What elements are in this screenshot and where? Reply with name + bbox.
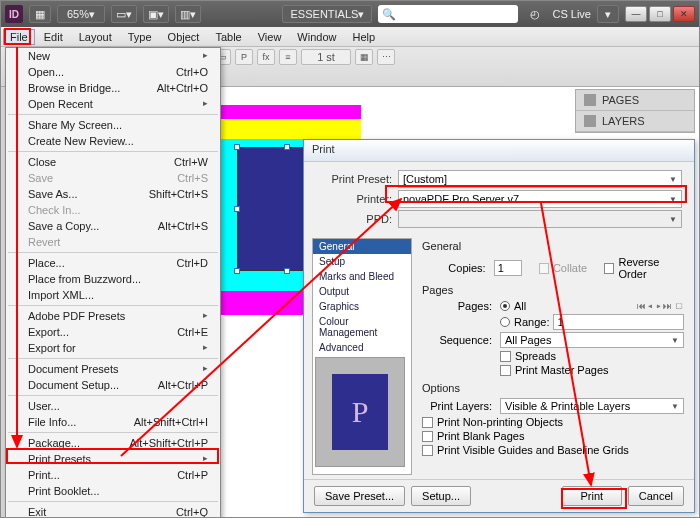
menu-exit[interactable]: ExitCtrl+Q (6, 504, 220, 518)
char-icon[interactable]: P (235, 49, 253, 65)
menu-layout[interactable]: Layout (72, 29, 119, 45)
search-input[interactable]: 🔍 (378, 5, 518, 23)
menu-file-info[interactable]: File Info...Alt+Shift+Ctrl+I (6, 414, 220, 430)
menu-print-booklet[interactable]: Print Booklet... (6, 483, 220, 499)
menu-bar: File Edit Layout Type Object Table View … (1, 27, 699, 47)
blank-label: Print Blank Pages (437, 430, 524, 442)
pages-range-radio[interactable] (500, 317, 510, 327)
guides-label: Print Visible Guides and Baseline Grids (437, 444, 629, 456)
cslive-icon[interactable]: ◴ (524, 5, 546, 23)
panel-layers[interactable]: LAYERS (576, 111, 694, 132)
range-input[interactable]: 1 (553, 314, 684, 330)
window-close[interactable]: ✕ (673, 6, 695, 22)
menu-doc-setup[interactable]: Document Setup...Alt+Ctrl+P (6, 377, 220, 393)
menu-save-as[interactable]: Save As...Shift+Ctrl+S (6, 186, 220, 202)
menu-edit[interactable]: Edit (37, 29, 70, 45)
master-checkbox[interactable] (500, 365, 511, 376)
setup-button[interactable]: Setup... (411, 486, 471, 506)
thumb-letter: P (352, 395, 369, 429)
screen-mode-icon[interactable]: ▣▾ (143, 5, 169, 23)
master-label: Print Master Pages (515, 364, 609, 376)
window-minimize[interactable]: — (625, 6, 647, 22)
menu-print[interactable]: Print...Ctrl+P (6, 467, 220, 483)
right-panels: PAGES LAYERS (575, 89, 695, 133)
menu-import-xml[interactable]: Import XML... (6, 287, 220, 303)
menu-open-recent[interactable]: Open Recent (6, 96, 220, 112)
menu-doc-presets[interactable]: Document Presets (6, 361, 220, 377)
preset-label: Print Preset: (316, 173, 392, 185)
view-mode-icon[interactable]: ▭▾ (111, 5, 137, 23)
ppd-label: PPD: (316, 213, 392, 225)
cat-colour[interactable]: Colour Management (313, 314, 411, 340)
pages-label: Pages: (422, 300, 492, 312)
cslive-label[interactable]: CS Live (552, 8, 591, 20)
menu-save-copy[interactable]: Save a Copy...Alt+Ctrl+S (6, 218, 220, 234)
window-maximize[interactable]: □ (649, 6, 671, 22)
shape-yellow[interactable] (221, 119, 361, 139)
menu-package[interactable]: Package...Alt+Shift+Ctrl+P (6, 435, 220, 451)
copies-input[interactable]: 1 (494, 260, 522, 276)
cat-advanced[interactable]: Advanced (313, 340, 411, 355)
menu-place-buzzword[interactable]: Place from Buzzword... (6, 271, 220, 287)
title-bar: ID ▦ 65% ▾ ▭▾ ▣▾ ▥▾ ESSENTIALS ▾ 🔍 ◴ CS … (1, 1, 699, 27)
menu-open[interactable]: Open...Ctrl+O (6, 64, 220, 80)
pages-all-radio[interactable] (500, 301, 510, 311)
menu-new[interactable]: New (6, 48, 220, 64)
align-icon[interactable]: ≡ (279, 49, 297, 65)
spreads-label: Spreads (515, 350, 556, 362)
menu-pdf-presets[interactable]: Adobe PDF Presets (6, 308, 220, 324)
layers-label: Print Layers: (422, 400, 492, 412)
page-nav-icons[interactable]: ⏮ ◀ ▶ ⏭ ⬚ (637, 301, 684, 311)
general-heading: General (422, 240, 684, 252)
more-icon[interactable]: ⋯ (377, 49, 395, 65)
menu-type[interactable]: Type (121, 29, 159, 45)
menu-window[interactable]: Window (290, 29, 343, 45)
menu-help[interactable]: Help (345, 29, 382, 45)
layers-select[interactable]: Visible & Printable Layers▼ (500, 398, 684, 414)
preset-select[interactable]: [Custom]▼ (398, 170, 682, 188)
arrange-icon[interactable]: ▥▾ (175, 5, 201, 23)
reverse-checkbox[interactable] (604, 263, 614, 274)
cat-output[interactable]: Output (313, 284, 411, 299)
options-heading: Options (422, 382, 684, 394)
range-label: Range: (514, 316, 549, 328)
zoom-select[interactable]: 65% ▾ (57, 5, 105, 23)
wrap-icon[interactable]: ▦ (355, 49, 373, 65)
cat-marks[interactable]: Marks and Bleed (313, 269, 411, 284)
menu-close[interactable]: CloseCtrl+W (6, 154, 220, 170)
menu-export-for[interactable]: Export for (6, 340, 220, 356)
cat-setup[interactable]: Setup (313, 254, 411, 269)
menu-new-review[interactable]: Create New Review... (6, 133, 220, 149)
page-field[interactable]: 1 st (301, 49, 351, 65)
file-menu-dropdown: New Open...Ctrl+O Browse in Bridge...Alt… (5, 47, 221, 518)
menu-object[interactable]: Object (161, 29, 207, 45)
cat-graphics[interactable]: Graphics (313, 299, 411, 314)
menu-print-presets[interactable]: Print Presets (6, 451, 220, 467)
printer-select[interactable]: novaPDF Pro Server v7▼ (398, 190, 682, 208)
menu-user[interactable]: User... (6, 398, 220, 414)
workspace-select[interactable]: ESSENTIALS ▾ (282, 5, 372, 23)
panel-pages[interactable]: PAGES (576, 90, 694, 111)
bridge-icon[interactable]: ▦ (29, 5, 51, 23)
menu-table[interactable]: Table (208, 29, 248, 45)
sequence-select[interactable]: All Pages▼ (500, 332, 684, 348)
blank-checkbox[interactable] (422, 431, 433, 442)
menu-place[interactable]: Place...Ctrl+D (6, 255, 220, 271)
nonprint-checkbox[interactable] (422, 417, 433, 428)
app-logo: ID (5, 5, 23, 23)
effect-icon[interactable]: fx (257, 49, 275, 65)
menu-export[interactable]: Export...Ctrl+E (6, 324, 220, 340)
cslive-dropdown[interactable]: ▾ (597, 5, 619, 23)
save-preset-button[interactable]: Save Preset... (314, 486, 405, 506)
menu-save: SaveCtrl+S (6, 170, 220, 186)
menu-browse-bridge[interactable]: Browse in Bridge...Alt+Ctrl+O (6, 80, 220, 96)
menu-view[interactable]: View (251, 29, 289, 45)
cat-general[interactable]: General (313, 239, 411, 254)
menu-file[interactable]: File (3, 29, 35, 45)
spreads-checkbox[interactable] (500, 351, 511, 362)
guides-checkbox[interactable] (422, 445, 433, 456)
menu-share-screen[interactable]: Share My Screen... (6, 117, 220, 133)
print-button[interactable]: Print (562, 486, 622, 506)
cancel-button[interactable]: Cancel (628, 486, 684, 506)
menu-check-in: Check In... (6, 202, 220, 218)
